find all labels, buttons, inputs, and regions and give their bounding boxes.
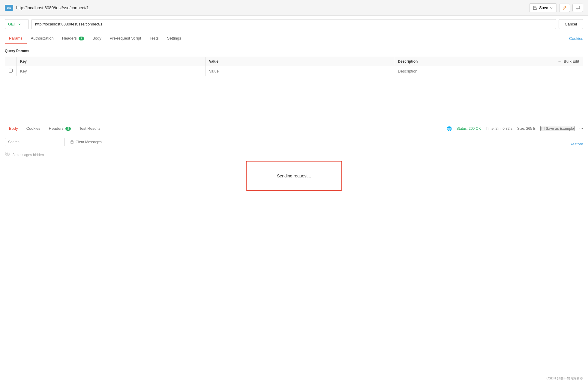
response-area: Body Cookies Headers 8 Test Results 🌐 St… — [0, 123, 588, 200]
request-tabs: Params Authorization Headers 7 Body Pre-… — [0, 33, 588, 44]
svg-rect-6 — [576, 6, 580, 9]
method-dropdown-icon — [18, 23, 21, 26]
method-select[interactable]: GET — [5, 19, 29, 29]
table-header-row: Key Value Description ··· Bulk Edit — [5, 57, 583, 66]
params-section: Query Params Key Value Description ··· B… — [0, 44, 588, 81]
response-tabs: Body Cookies Headers 8 Test Results 🌐 St… — [0, 123, 588, 134]
response-status-bar: 🌐 Status: 200 OK Time: 2 m 0.72 s Size: … — [447, 126, 583, 131]
response-tab-headers[interactable]: Headers 8 — [45, 123, 75, 134]
sending-request-box: Sending request... — [246, 161, 342, 191]
response-more-icon[interactable]: ··· — [579, 126, 583, 131]
trash-icon — [70, 140, 74, 144]
clear-messages-button[interactable]: Clear Messages — [67, 138, 105, 146]
tab-prerequest[interactable]: Pre-request Script — [106, 33, 146, 44]
search-bar: Clear Messages — [5, 138, 105, 146]
description-input[interactable] — [398, 69, 579, 73]
col-description-header: Description ··· Bulk Edit — [394, 57, 583, 66]
response-headers-badge: 8 — [65, 127, 71, 131]
params-table: Key Value Description ··· Bulk Edit — [5, 57, 583, 76]
footer-credit: CSDN @谁不想飞舞青春 — [547, 376, 583, 380]
svg-rect-4 — [534, 8, 536, 9]
save-example-button[interactable]: Save as Example — [540, 126, 574, 131]
tab-settings[interactable]: Settings — [163, 33, 185, 44]
description-cell[interactable] — [394, 66, 583, 76]
col-value-header: Value — [205, 57, 394, 66]
edit-icon-button[interactable] — [559, 4, 570, 12]
save-icon — [533, 6, 537, 10]
hidden-messages-row: 3 messages hidden — [5, 152, 583, 157]
tab-params[interactable]: Params — [5, 33, 27, 44]
key-cell[interactable] — [16, 66, 206, 76]
bulk-edit-link[interactable]: Bulk Edit — [564, 59, 579, 64]
col-key-header: Key — [16, 57, 206, 66]
status-label: Status: 200 OK — [457, 126, 481, 131]
comment-icon-button[interactable] — [572, 4, 583, 12]
restore-row: Clear Messages Restore — [5, 138, 583, 150]
checkbox-col — [5, 57, 16, 66]
svg-rect-3 — [534, 6, 536, 7]
cancel-button[interactable]: Cancel — [559, 19, 583, 29]
cookies-link[interactable]: Cookies — [569, 33, 583, 44]
save-button[interactable]: Save — [529, 3, 557, 12]
method-label: GET — [8, 22, 16, 26]
eye-slash-svg — [5, 152, 10, 156]
sending-text: Sending request... — [277, 174, 311, 178]
tab-body[interactable]: Body — [88, 33, 106, 44]
comment-icon — [576, 6, 580, 10]
tab-url-label: http://localhost:8080/test/sse/connect/1 — [16, 5, 529, 10]
app-icon: SSE — [5, 5, 13, 11]
value-input[interactable] — [209, 69, 391, 73]
value-cell[interactable] — [205, 66, 394, 76]
eye-slash-icon — [5, 152, 10, 157]
top-bar: SSE http://localhost:8080/test/sse/conne… — [0, 0, 588, 16]
svg-rect-7 — [541, 127, 544, 130]
response-tab-test-results[interactable]: Test Results — [75, 123, 105, 134]
response-body-inner: Sending request... — [5, 161, 583, 197]
response-tab-body[interactable]: Body — [5, 123, 22, 134]
svg-text:SSE: SSE — [7, 7, 11, 9]
sse-icon-badge: SSE — [5, 5, 13, 11]
size-label: Size: 265 B — [517, 126, 536, 131]
key-input[interactable] — [20, 69, 202, 73]
headers-badge: 7 — [79, 37, 84, 40]
response-body-section: Clear Messages Restore 3 messages hidden… — [0, 134, 588, 200]
response-tab-cookies[interactable]: Cookies — [22, 123, 45, 134]
url-input[interactable] — [31, 19, 556, 29]
tab-headers[interactable]: Headers 7 — [58, 33, 88, 44]
search-input[interactable] — [5, 138, 65, 146]
svg-rect-8 — [71, 141, 73, 144]
row-checkbox-cell — [5, 66, 16, 76]
more-options-icon[interactable]: ··· — [558, 59, 561, 64]
top-bar-actions: Save — [529, 3, 583, 12]
pencil-icon — [562, 6, 567, 10]
restore-button[interactable]: Restore — [569, 142, 583, 146]
section-title: Query Params — [5, 49, 583, 53]
tab-authorization[interactable]: Authorization — [27, 33, 58, 44]
tab-tests[interactable]: Tests — [145, 33, 163, 44]
url-bar: GET Cancel — [0, 16, 588, 33]
save-dropdown-icon — [550, 6, 553, 9]
table-row — [5, 66, 583, 76]
sending-overlay: Sending request... — [5, 161, 583, 191]
time-label: Time: 2 m 0.72 s — [486, 126, 512, 131]
footer: CSDN @谁不想飞舞青春 — [542, 374, 588, 383]
globe-icon: 🌐 — [447, 126, 452, 131]
row-checkbox[interactable] — [9, 69, 13, 73]
save-example-icon — [541, 127, 544, 130]
